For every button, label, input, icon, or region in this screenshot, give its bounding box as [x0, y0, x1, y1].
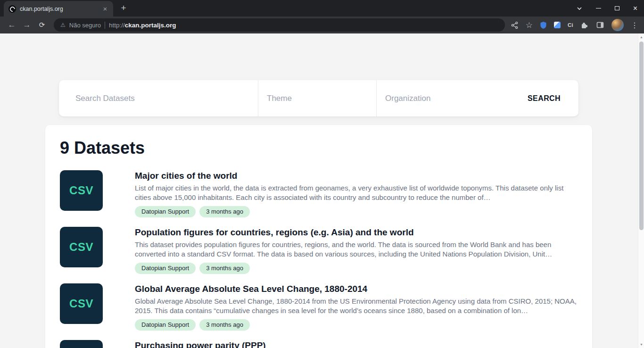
dataset-title[interactable]: Global Average Absolute Sea Level Change… — [135, 283, 577, 294]
dataset-title[interactable]: Population figures for countries, region… — [135, 227, 577, 238]
tab-title: ckan.portaljs.org — [20, 6, 97, 12]
results-card: 9 Datasets CSV Major cities of the world… — [45, 125, 592, 348]
format-badge-csv: CSV — [60, 227, 103, 267]
results-heading: 9 Datasets — [60, 138, 577, 158]
restore-button[interactable] — [615, 6, 619, 10]
back-button[interactable]: ← — [5, 18, 19, 32]
search-button[interactable]: SEARCH — [510, 80, 578, 116]
page-viewport: ▲ ▼ SEARCH 9 Datasets CSV — [0, 33, 644, 348]
extensions-puzzle-icon[interactable] — [580, 21, 589, 29]
search-field-organization — [377, 80, 495, 116]
theme-input[interactable] — [267, 94, 368, 103]
tag-pill-support: Datopian Support — [135, 319, 196, 331]
search-field-theme — [258, 80, 376, 116]
window-close-button[interactable]: × — [633, 5, 637, 12]
url-domain: ckan.portaljs.org — [125, 22, 176, 29]
page-scrollbar[interactable]: ▲ ▼ — [638, 33, 644, 348]
browser-toolbar: ← → ⟳ ⚠ Não seguro http://ckan.portaljs.… — [0, 17, 644, 33]
scroll-up-icon[interactable]: ▲ — [638, 35, 644, 39]
format-badge-csv: CSV — [60, 340, 103, 348]
new-tab-button[interactable]: + — [117, 2, 130, 15]
security-label: Não seguro — [69, 22, 101, 29]
tag-pill-support: Datopian Support — [135, 263, 196, 274]
menu-kebab-icon[interactable]: ⋮ — [631, 21, 638, 30]
format-badge-csv: CSV — [60, 170, 103, 211]
share-icon[interactable] — [511, 21, 519, 29]
dataset-description: Global Average Absolute Sea Level Change… — [135, 297, 577, 315]
dataset-description: This dataset provides population figures… — [135, 240, 577, 259]
tab-list-chevron-icon[interactable] — [577, 7, 582, 10]
dataset-title[interactable]: Purchasing power parity (PPP) — [135, 340, 577, 348]
extension-icon-blue[interactable] — [554, 22, 561, 28]
profile-avatar[interactable] — [611, 19, 624, 31]
bookmark-star-icon[interactable]: ☆ — [526, 20, 533, 30]
browser-window: ckan.portaljs.org × + × ← → ⟳ ⚠ Não segu… — [0, 0, 644, 348]
search-field-datasets — [59, 80, 258, 116]
format-badge-csv: CSV — [60, 283, 103, 324]
scroll-down-icon[interactable]: ▼ — [638, 343, 644, 346]
dataset-row[interactable]: CSV Major cities of the world List of ma… — [60, 170, 577, 217]
page-url: http://ckan.portaljs.org — [109, 22, 176, 29]
browser-tab[interactable]: ckan.portaljs.org × — [4, 1, 113, 17]
dataset-title[interactable]: Major cities of the world — [135, 170, 577, 181]
title-bar: ckan.portaljs.org × + × — [0, 0, 644, 17]
side-panel-icon[interactable] — [596, 21, 604, 29]
organization-input[interactable] — [385, 94, 486, 103]
dataset-row[interactable]: CSV Purchasing power parity (PPP) — [60, 340, 577, 348]
tab-favicon-icon — [8, 5, 16, 13]
tag-pill-age: 3 months ago — [199, 206, 250, 217]
scroll-thumb[interactable] — [639, 41, 644, 230]
search-datasets-input[interactable] — [75, 94, 248, 103]
dataset-description: List of major cities in the world, the d… — [135, 183, 577, 202]
tag-pill-support: Datopian Support — [135, 206, 196, 217]
forward-button[interactable]: → — [20, 18, 34, 32]
address-separator — [105, 22, 105, 29]
tag-pill-age: 3 months ago — [199, 263, 250, 274]
reload-button[interactable]: ⟳ — [35, 18, 49, 32]
search-card: SEARCH — [59, 80, 578, 116]
not-secure-warning-icon[interactable]: ⚠ — [60, 22, 66, 28]
dataset-list: CSV Major cities of the world List of ma… — [60, 170, 577, 348]
dataset-row[interactable]: CSV Population figures for countries, re… — [60, 227, 577, 274]
minimize-button[interactable] — [596, 8, 601, 8]
tag-pill-age: 3 months ago — [199, 319, 250, 331]
shield-extension-icon[interactable] — [540, 21, 547, 29]
dataset-row[interactable]: CSV Global Average Absolute Sea Level Ch… — [60, 283, 577, 331]
extension-icon-letters[interactable]: Ci — [568, 22, 573, 28]
address-bar[interactable]: ⚠ Não seguro http://ckan.portaljs.org — [54, 18, 505, 32]
url-scheme: http:// — [109, 22, 125, 29]
tab-close-icon[interactable]: × — [101, 5, 109, 13]
